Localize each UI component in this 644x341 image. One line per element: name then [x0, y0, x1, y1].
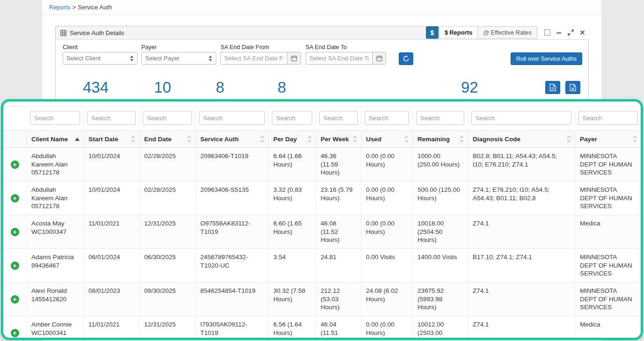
expand-cell: +	[3, 148, 27, 181]
column-header-used[interactable]: Used	[361, 131, 413, 147]
export-pdf-button[interactable]	[545, 81, 560, 94]
empty-checkbox[interactable]	[544, 29, 550, 36]
column-header-label: Start Date	[88, 136, 118, 143]
table-row: +Alexi Ronald 145541262008/01/202309/30/…	[3, 283, 641, 316]
breadcrumb: Reports>Service Auth	[42, 0, 601, 15]
column-header-payer[interactable]: Payer	[575, 131, 641, 147]
breadcrumb-link-reports[interactable]: Reports	[49, 4, 71, 11]
table-cell: Abdullah Kareem Alan 05712178	[27, 181, 84, 215]
table-cell: 30.32 (7.58 Hours)	[269, 283, 316, 316]
table-cell: 0.00 (0.00 Hours)	[361, 215, 413, 248]
search-input-client-name[interactable]	[30, 111, 80, 125]
search-input-diagnosis-code[interactable]	[471, 111, 571, 125]
window-controls	[556, 29, 589, 36]
table-cell: 10/01/2024	[84, 148, 139, 181]
export-excel-button[interactable]	[565, 81, 580, 94]
table-cell: 10012.00 (2503.00 Hours)	[413, 316, 468, 340]
expand-row-button[interactable]: +	[11, 329, 19, 337]
table-cell: 10018.00 (2504.50 Hours)	[413, 215, 468, 248]
table-cell: MINNESOTA DEPT OF HUMAN SERVICES	[575, 148, 641, 181]
table-cell: 3.32 (0.83 Hours)	[269, 181, 316, 215]
summary-count: 92	[461, 79, 478, 96]
table-cell: MINNESOTA DEPT OF HUMAN SERVICES	[575, 283, 641, 316]
table-cell: 20963406-T1019	[196, 148, 269, 181]
search-input-used[interactable]	[365, 111, 409, 125]
table-cell: 6.64 (1.66 Hours)	[269, 148, 316, 181]
table-cell: 46.08 (11.52 Hours)	[316, 215, 361, 248]
search-input-per-day[interactable]	[272, 111, 312, 125]
table-cell: 12/31/2025	[139, 215, 196, 248]
expand-row-button[interactable]: +	[11, 160, 19, 169]
search-input-per-week[interactable]	[319, 111, 358, 125]
sort-chevrons-icon	[131, 136, 135, 143]
minimize-icon	[556, 30, 562, 36]
page: Reports>Service Auth Service Auth Detail…	[0, 0, 644, 341]
search-input-payer[interactable]	[578, 111, 637, 125]
tabs-bar: $ $Reports @Effective Rates	[426, 26, 589, 39]
table-row: +Acosta May WC100034711/01/202112/31/202…	[3, 215, 641, 249]
close-button[interactable]	[580, 30, 585, 35]
table-body: +Abdullah Kareem Alan 0571217810/01/2024…	[3, 148, 641, 340]
expand-cell: +	[3, 249, 27, 282]
close-icon	[580, 30, 585, 35]
table-cell: 212.12 (53.03 Hours)	[316, 283, 361, 316]
table-cell: 23975.92 (5993.98 Hours)	[413, 283, 468, 316]
column-header-end-date[interactable]: End Date	[139, 131, 196, 147]
table-cell: 0.00 Visits	[361, 249, 413, 282]
search-input-service-auth[interactable]	[199, 111, 265, 125]
table-cell: 06/30/2025	[139, 249, 196, 282]
expand-row-button[interactable]: +	[11, 261, 19, 270]
table-cell: MINNESOTA DEPT OF HUMAN SERVICES	[575, 181, 641, 215]
column-header-client-name[interactable]: Client Name	[27, 131, 84, 147]
column-header-per-week[interactable]: Per Week	[316, 131, 361, 147]
minimize-button[interactable]	[556, 30, 562, 36]
expand-row-button[interactable]: +	[11, 228, 19, 236]
column-header-label: Payer	[580, 136, 597, 143]
table-cell: 6.56 (1.64 Hours)	[269, 316, 316, 340]
search-cell	[361, 111, 413, 125]
tab-effective-rates[interactable]: @Effective Rates	[478, 26, 537, 39]
expand-row-button[interactable]: +	[11, 194, 19, 203]
table-cell: 6.60 (1.65 Hours)	[269, 215, 316, 248]
tab-reports[interactable]: $Reports	[439, 26, 478, 39]
search-input-start-date[interactable]	[87, 111, 136, 125]
table-row: +Amber Connie WC100034111/01/202112/31/2…	[3, 316, 641, 340]
column-header-remaining[interactable]: Remaining	[413, 131, 468, 147]
table-cell: I79305AK09112-T1019	[196, 316, 269, 340]
at-icon: @	[483, 29, 489, 36]
expand-cell: +	[3, 215, 27, 248]
table-header-row: Client NameStart DateEnd DateService Aut…	[3, 131, 641, 148]
file-excel-icon	[570, 84, 576, 91]
expand-button[interactable]	[568, 29, 574, 36]
column-header-start-date[interactable]: Start Date	[84, 131, 139, 147]
search-cell	[84, 111, 139, 125]
search-input-remaining[interactable]	[416, 111, 464, 125]
table-row: +Abdullah Kareem Alan 0571217810/01/2024…	[3, 148, 641, 181]
table-cell: Z74.1	[468, 215, 575, 248]
table-cell: 24.81	[316, 249, 361, 282]
expand-row-button[interactable]: +	[11, 295, 19, 304]
column-header-label: Remaining	[417, 136, 450, 143]
column-header-diagnosis-code[interactable]: Diagnosis Code	[468, 131, 575, 147]
column-header-label: Used	[366, 136, 381, 143]
table-cell: Medica	[575, 215, 641, 248]
table-row: +Adams Patricia 9943646706/01/202406/30/…	[3, 249, 641, 283]
summary-count: 8	[216, 79, 224, 96]
table-cell: 1400.00 Visits	[413, 249, 468, 282]
sort-ascending-icon	[75, 138, 80, 141]
column-header-label: Service Auth	[200, 136, 239, 143]
sort-chevrons-icon	[353, 136, 357, 143]
table-cell: Acosta May WC1000347	[27, 215, 84, 248]
table-cell: 11/01/2021	[84, 215, 139, 248]
dollar-square-button[interactable]: $	[426, 26, 439, 39]
search-cell	[27, 111, 84, 125]
search-input-end-date[interactable]	[143, 111, 192, 125]
header-spacer	[3, 131, 27, 147]
expand-icon	[568, 29, 574, 36]
table-cell: B17.10; Z74.1; Z74.1	[468, 249, 575, 282]
column-header-per-day[interactable]: Per Day	[269, 131, 316, 147]
table-cell: 06/01/2024	[84, 249, 139, 282]
column-header-service-auth[interactable]: Service Auth	[196, 131, 269, 147]
table-cell: Medica	[575, 316, 641, 340]
file-pdf-icon	[549, 84, 556, 91]
